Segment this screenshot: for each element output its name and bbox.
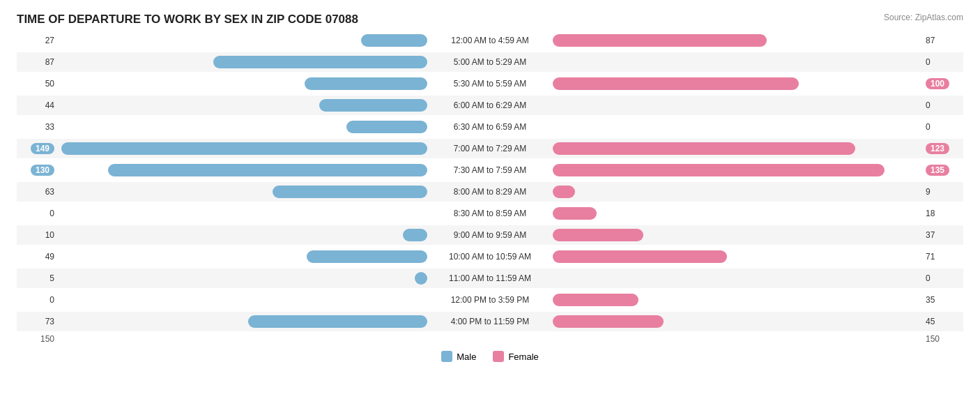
legend-male-swatch [441, 351, 452, 362]
male-bar [307, 250, 427, 263]
male-bar [108, 164, 427, 176]
male-bar [346, 121, 427, 133]
female-value-label: 45 [921, 317, 963, 326]
time-label: 5:00 AM to 5:29 AM [427, 57, 553, 67]
male-value-label: 63 [17, 187, 59, 197]
female-bar [553, 315, 664, 328]
chart-row: 505:30 AM to 5:59 AM100 [17, 74, 963, 93]
time-label: 5:30 AM to 5:59 AM [427, 79, 553, 89]
chart-row: 511:00 AM to 11:59 AM0 [17, 269, 963, 288]
male-value-label: 73 [17, 317, 59, 326]
male-bar [61, 142, 427, 155]
time-label: 11:00 AM to 11:59 AM [427, 273, 553, 283]
male-value-label: 87 [17, 57, 59, 67]
time-label: 10:00 AM to 10:59 AM [427, 252, 553, 262]
male-value-label: 0 [17, 209, 59, 218]
female-bar [553, 186, 575, 198]
female-bar-outer [553, 56, 921, 68]
male-bar-outer [59, 294, 427, 306]
male-bar-outer [59, 121, 427, 133]
chart-row: 4910:00 AM to 10:59 AM71 [17, 247, 963, 266]
male-value-label: 50 [17, 79, 59, 89]
source-label: Source: ZipAtlas.com [884, 13, 963, 22]
male-bar [213, 56, 427, 68]
female-bar [553, 34, 767, 47]
female-bar-outer [553, 77, 921, 90]
female-bar-outer [553, 250, 921, 263]
female-value-label: 71 [921, 252, 963, 262]
female-bar [553, 142, 855, 155]
female-bar [553, 229, 643, 241]
male-value-label: 5 [17, 273, 59, 283]
chart-row: 08:30 AM to 8:59 AM18 [17, 204, 963, 223]
male-bar-outer [59, 250, 427, 263]
female-value-label: 123 [921, 143, 963, 154]
female-value-label: 0 [921, 122, 963, 132]
male-value-label: 33 [17, 122, 59, 132]
legend: Male Female [17, 351, 963, 362]
time-label: 8:00 AM to 8:29 AM [427, 187, 553, 197]
female-value-label: 135 [921, 165, 963, 176]
female-bar-outer [553, 99, 921, 112]
male-bar [403, 229, 427, 241]
female-bar-outer [553, 207, 921, 220]
female-value-label: 9 [921, 187, 963, 197]
chart-row: 109:00 AM to 9:59 AM37 [17, 225, 963, 245]
female-bar [553, 164, 885, 176]
axis-left-label: 150 [17, 334, 59, 344]
male-bar-outer [59, 315, 427, 328]
legend-male: Male [441, 351, 476, 362]
chart-row: 1307:30 AM to 7:59 AM135 [17, 160, 963, 180]
female-bar-outer [553, 315, 921, 328]
male-bar-outer [59, 56, 427, 68]
chart-row: 446:00 AM to 6:29 AM0 [17, 96, 963, 115]
male-bar [361, 34, 427, 47]
female-value-label: 18 [921, 209, 963, 218]
time-label: 6:00 AM to 6:29 AM [427, 100, 553, 110]
male-bar-outer [59, 142, 427, 155]
chart-row: 875:00 AM to 5:29 AM0 [17, 52, 963, 72]
male-bar [319, 99, 427, 112]
time-label: 12:00 AM to 4:59 AM [427, 36, 553, 45]
chart-area: 2712:00 AM to 4:59 AM87875:00 AM to 5:29… [17, 31, 963, 331]
legend-female-swatch [493, 351, 504, 362]
male-bar-outer [59, 77, 427, 90]
time-label: 7:00 AM to 7:29 AM [427, 144, 553, 153]
male-bar-outer [59, 229, 427, 241]
male-bar-outer [59, 186, 427, 198]
female-value-label: 0 [921, 273, 963, 283]
chart-row: 2712:00 AM to 4:59 AM87 [17, 31, 963, 50]
chart-row: 638:00 AM to 8:29 AM9 [17, 182, 963, 202]
time-label: 9:00 AM to 9:59 AM [427, 230, 553, 240]
time-label: 6:30 AM to 6:59 AM [427, 122, 553, 132]
chart-container: TIME OF DEPARTURE TO WORK BY SEX IN ZIP … [17, 13, 963, 362]
female-bar-outer [553, 272, 921, 285]
chart-row: 336:30 AM to 6:59 AM0 [17, 117, 963, 137]
time-label: 8:30 AM to 8:59 AM [427, 209, 553, 218]
male-value-label: 27 [17, 36, 59, 45]
male-bar [248, 315, 427, 328]
female-value-label: 87 [921, 36, 963, 45]
time-label: 12:00 PM to 3:59 PM [427, 295, 553, 305]
male-bar [273, 186, 427, 198]
male-bar-outer [59, 272, 427, 285]
female-value-label: 100 [921, 78, 963, 89]
female-value-label: 0 [921, 100, 963, 110]
axis-row: 150 150 [17, 334, 963, 344]
male-value-label: 49 [17, 252, 59, 262]
female-bar-outer [553, 294, 921, 306]
female-bar-outer [553, 229, 921, 241]
time-label: 4:00 PM to 11:59 PM [427, 317, 553, 326]
female-bar-outer [553, 121, 921, 133]
male-bar-outer [59, 99, 427, 112]
chart-row: 1497:00 AM to 7:29 AM123 [17, 139, 963, 158]
male-bar-outer [59, 207, 427, 220]
female-bar [553, 207, 597, 220]
legend-female-label: Female [508, 352, 538, 362]
axis-right-label: 150 [921, 334, 963, 344]
female-bar-outer [553, 164, 921, 176]
male-value-label: 149 [17, 143, 59, 154]
time-label: 7:30 AM to 7:59 AM [427, 165, 553, 175]
male-value-label: 0 [17, 295, 59, 305]
male-bar-outer [59, 164, 427, 176]
